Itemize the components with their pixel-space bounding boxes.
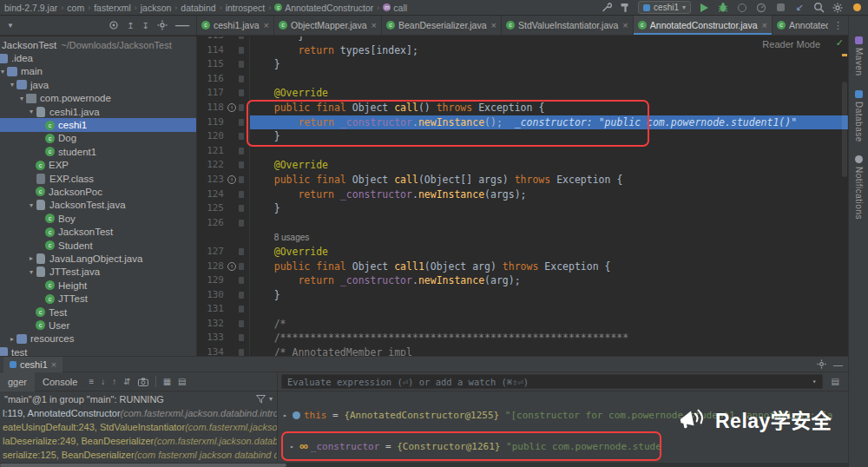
expand-arrow-icon[interactable]: ▾ xyxy=(27,201,36,209)
breadcrumb-item[interactable]: bind-2.7.9.jar xyxy=(2,3,60,13)
hammer-icon[interactable] xyxy=(619,2,631,14)
code-line[interactable]: 125 } xyxy=(198,201,848,216)
tree-item[interactable]: ▸JavaLangObject.java xyxy=(0,252,196,265)
tree-item[interactable]: ▸.idea xyxy=(0,51,196,64)
tree-item[interactable]: cDog xyxy=(0,132,196,145)
tree-item[interactable]: cEXP xyxy=(0,159,196,172)
breadcrumb-item[interactable]: introspect xyxy=(223,3,268,13)
line-number[interactable]: 122 xyxy=(198,158,227,173)
code-line[interactable]: 8 usages xyxy=(198,230,848,245)
line-number[interactable]: 133 xyxy=(198,331,227,345)
expand-arrow-icon[interactable]: ▸ xyxy=(27,254,36,262)
horizontal-scrollbar-thumb[interactable] xyxy=(0,464,286,467)
layout-icon[interactable]: ▤ xyxy=(174,377,189,386)
line-number[interactable]: 120 xyxy=(198,129,227,144)
line-number[interactable]: 113 xyxy=(198,36,227,43)
code-line[interactable]: 120 } xyxy=(198,129,848,144)
expand-all-icon[interactable]: ↧ xyxy=(142,21,149,30)
stack-frame[interactable]: laDeserialize:249, BeanDeserializer (com… xyxy=(0,434,277,448)
line-number[interactable]: 119 xyxy=(198,115,227,130)
tree-item[interactable]: ▾main xyxy=(0,65,196,78)
tree-item[interactable]: cTest xyxy=(0,306,196,319)
line-number[interactable]: 129 xyxy=(198,273,227,288)
settings-gear-icon[interactable] xyxy=(817,359,826,369)
code-line[interactable]: 116 xyxy=(198,72,848,87)
line-number[interactable]: 115 xyxy=(198,57,227,72)
close-icon[interactable]: × xyxy=(762,20,767,30)
tree-item[interactable]: ▾java xyxy=(0,78,196,91)
line-number[interactable]: 125 xyxy=(198,201,227,216)
editor-scrollbar[interactable] xyxy=(842,82,847,177)
chevron-down-icon[interactable]: ▼ xyxy=(7,22,14,30)
line-number[interactable]: 130 xyxy=(198,288,227,303)
code-line[interactable]: 124 return _constructor.newInstance(args… xyxy=(198,187,848,202)
tree-item[interactable]: cStudent xyxy=(0,239,196,252)
notification-dot-icon[interactable] xyxy=(851,2,863,14)
line-number[interactable]: 114 xyxy=(198,43,227,58)
code-line[interactable]: 123↑ public final Object call(Object[] a… xyxy=(198,173,848,187)
line-number[interactable]: 132 xyxy=(198,317,227,332)
editor-tab[interactable]: cObjectMapper.java× xyxy=(274,16,382,35)
profiler-icon[interactable] xyxy=(755,2,767,14)
expand-arrow-icon[interactable]: ▾ xyxy=(27,108,36,115)
close-icon[interactable]: × xyxy=(491,20,496,30)
line-number[interactable]: 128 xyxy=(198,260,227,274)
evaluate-expression-input[interactable]: Evaluate expression (⏎) or add a watch (… xyxy=(281,374,823,389)
editor-tab[interactable]: cBeanDeserializer.java× xyxy=(382,16,502,35)
code-line[interactable]: 130 } xyxy=(198,288,848,303)
usages-inlay-hint[interactable]: 8 usages xyxy=(274,233,310,242)
tree-item[interactable]: cJTTest xyxy=(0,292,196,305)
code-line[interactable]: 134 /* AnnotatedMember impl xyxy=(198,345,848,356)
code-line[interactable]: 122 @Override xyxy=(198,158,848,173)
close-icon[interactable]: × xyxy=(51,359,56,370)
editor-tab[interactable]: cAnnotatedWithParams.java× xyxy=(773,16,828,35)
editor-tab[interactable]: cAnnotatedConstructor.java× xyxy=(634,16,773,35)
tool-stripe-notifications[interactable]: Notifications xyxy=(854,155,864,220)
step-down-icon[interactable]: ↓ xyxy=(97,377,108,386)
tree-item[interactable]: ▾JTTest.java xyxy=(0,266,196,279)
code-line[interactable]: 132 /* xyxy=(198,317,848,332)
variable-row[interactable]: ▸oo_constructor = {Constructor@1261} "pu… xyxy=(290,441,660,452)
settings-gear-icon[interactable] xyxy=(157,20,168,30)
code-line[interactable]: 119 return _constructor.newInstance(); _… xyxy=(198,115,848,130)
tool-stripe-maven[interactable]: Maven xyxy=(854,36,864,76)
breadcrumb-item[interactable]: fasterxml xyxy=(91,3,134,13)
more-icon[interactable]: ⋮ xyxy=(833,20,843,31)
coverage-icon[interactable] xyxy=(736,2,748,14)
code-line[interactable]: 128↑ public final Object call1(Object ar… xyxy=(198,260,848,274)
tree-item[interactable]: ▾com.powernode xyxy=(0,92,196,105)
swap-icon[interactable]: ⇵ xyxy=(120,377,134,386)
breadcrumb-item[interactable]: jackson xyxy=(138,3,174,13)
collapse-all-icon[interactable]: ↥ xyxy=(127,21,134,30)
tree-item[interactable]: cstudent1 xyxy=(0,145,196,158)
tool-stripe-database[interactable]: Database xyxy=(854,90,864,142)
code-line[interactable]: 126 xyxy=(198,216,848,231)
line-number[interactable]: 116 xyxy=(198,72,227,87)
tree-item[interactable]: cBoy xyxy=(0,212,196,225)
override-marker-icon[interactable]: ↑ xyxy=(227,175,236,184)
tree-item[interactable]: ▸resources xyxy=(0,332,196,345)
line-number[interactable]: 123 xyxy=(198,173,227,187)
wrench-icon[interactable] xyxy=(600,2,612,14)
settings-gear-icon[interactable] xyxy=(832,2,844,14)
tree-item[interactable]: ▾JacksonTest~/Downloads/JacksonTest xyxy=(0,38,196,51)
menu-icon[interactable]: ≡ xyxy=(85,377,97,386)
line-number[interactable]: 117 xyxy=(198,86,227,101)
code-line[interactable]: 113 } xyxy=(198,36,848,43)
code-line[interactable]: 127 @Override xyxy=(198,245,848,260)
expand-arrow-icon[interactable]: ▾ xyxy=(8,81,16,89)
code-line[interactable]: 133 /***********************************… xyxy=(198,331,848,345)
code-line[interactable]: 115 } xyxy=(198,57,848,72)
breadcrumb-item[interactable]: databind xyxy=(178,3,218,13)
code-line[interactable]: 118↑ public final Object call() throws E… xyxy=(198,101,848,115)
tree-item[interactable]: cUser xyxy=(0,319,196,332)
tree-item[interactable]: cceshi1 xyxy=(0,118,196,131)
line-number[interactable]: 126 xyxy=(198,216,227,231)
debug-tool-tab[interactable]: ceshi1 × xyxy=(3,357,62,372)
line-number[interactable]: 131 xyxy=(198,302,227,317)
code-line[interactable]: 129 return _constructor.newInstance(arg)… xyxy=(198,273,848,288)
expand-arrow-icon[interactable]: ▾ xyxy=(27,268,36,276)
tree-item[interactable]: cJacksonTest xyxy=(0,225,196,238)
line-number[interactable]: 124 xyxy=(198,187,227,202)
tree-item[interactable]: cHeight xyxy=(0,279,196,292)
